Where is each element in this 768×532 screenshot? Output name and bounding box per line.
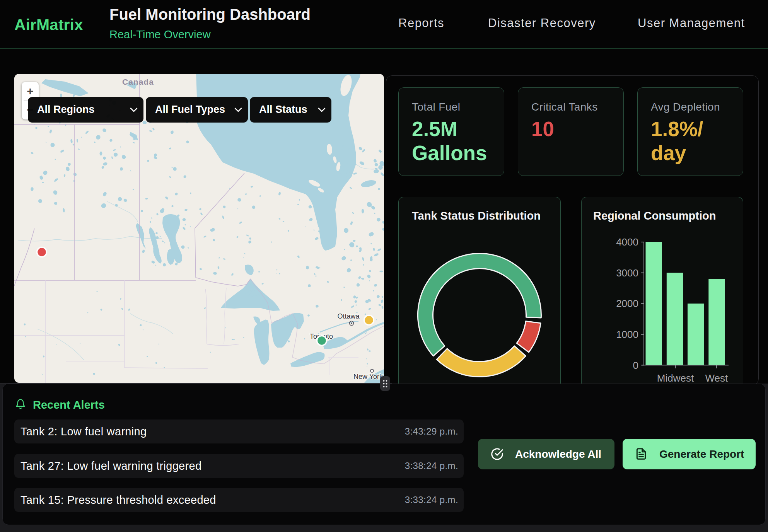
- svg-text:West: West: [705, 372, 729, 383]
- svg-text:Midwest: Midwest: [657, 372, 694, 383]
- svg-text:Canada: Canada: [122, 77, 154, 86]
- svg-text:4000: 4000: [616, 236, 638, 248]
- svg-text:Ottawa: Ottawa: [337, 312, 360, 320]
- svg-text:0: 0: [633, 360, 638, 371]
- svg-text:1000: 1000: [616, 329, 638, 340]
- svg-text:2000: 2000: [616, 298, 638, 309]
- svg-text:3000: 3000: [616, 267, 638, 279]
- svg-text:New York: New York: [353, 373, 383, 380]
